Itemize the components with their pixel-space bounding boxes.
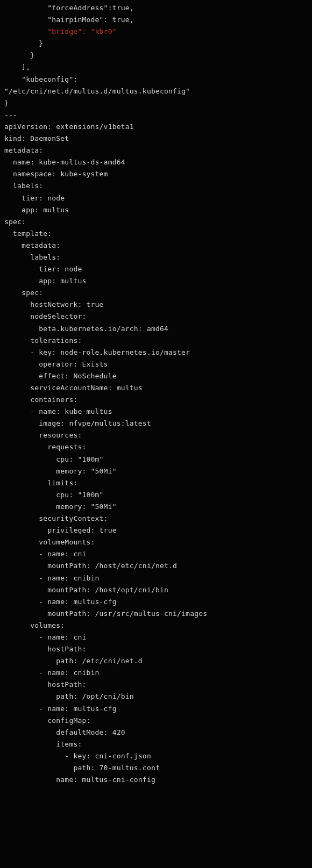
code-line: mountPath: /host/etc/cni/net.d (4, 562, 177, 570)
code-line: image: nfvpe/multus:latest (4, 419, 151, 427)
code-line: hostPath: (4, 680, 87, 688)
code-line: limits: (4, 479, 77, 487)
code-line: name: multus-cni-config (4, 776, 155, 784)
code-line: privileged: true (4, 526, 117, 534)
code-line: namespace: kube-system (4, 170, 108, 178)
code-line: configMap: (4, 716, 91, 724)
code-line: tier: node (4, 265, 82, 273)
code-line: volumes: (4, 621, 65, 629)
code-line: securityContext: (4, 514, 108, 522)
code-line: spec: (4, 289, 43, 297)
code-line: metadata: (4, 241, 60, 249)
code-line: name: kube-multus-ds-amd64 (4, 158, 125, 166)
code-line: } (4, 99, 9, 107)
code-line: tier: node (4, 194, 65, 202)
code-line: path: /opt/cni/bin (4, 692, 134, 700)
code-line: spec: (4, 218, 26, 226)
code-line: mountPath: /usr/src/multus-cni/images (4, 609, 207, 618)
code-line: ], (4, 63, 30, 71)
code-line: "forceAddress":true, (4, 4, 134, 12)
code-line: - name: cnibin (4, 574, 100, 582)
code-line: labels: (4, 253, 60, 261)
code-line: requests: (4, 443, 87, 451)
code-line: tolerations: (4, 336, 82, 345)
code-line: cpu: "100m" (4, 455, 104, 463)
code-line: metadata: (4, 146, 43, 154)
code-line: } (4, 51, 34, 59)
code-line: - name: multus-cfg (4, 598, 117, 606)
code-line: hostPath: (4, 645, 87, 653)
code-line: memory: "50Mi" (4, 503, 117, 511)
code-line: defaultMode: 420 (4, 728, 125, 736)
code-line: apiVersion: extensions/v1beta1 (4, 123, 134, 131)
code-line: containers: (4, 396, 77, 404)
code-line: path: 70-multus.conf (4, 764, 160, 772)
code-line: --- (4, 111, 17, 119)
code-line: "/etc/cni/net.d/multus.d/multus.kubeconf… (4, 87, 190, 95)
code-line: "hairpinMode": true, (4, 16, 134, 24)
code-line: app: multus (4, 277, 87, 285)
code-line: memory: "50Mi" (4, 467, 117, 475)
code-line: - name: cni (4, 550, 87, 558)
code-block: "forceAddress":true, "hairpinMode": true… (0, 0, 312, 790)
code-line: serviceAccountName: multus (4, 384, 143, 392)
code-line: - name: kube-multus (4, 407, 112, 415)
code-line: beta.kubernetes.io/arch: amd64 (4, 325, 168, 333)
code-line: volumeMounts: (4, 538, 95, 546)
code-line: path: /etc/cni/net.d (4, 657, 143, 665)
code-line: template: (4, 229, 52, 238)
code-line: app: multus (4, 206, 69, 214)
code-line: hostNetwork: true (4, 300, 104, 309)
code-line: - name: cni (4, 633, 87, 641)
code-line: - key: node-role.kubernetes.io/master (4, 348, 190, 356)
code-line: "bridge": "kbr0" (4, 27, 117, 35)
code-line: effect: NoSchedule (4, 372, 117, 380)
code-line: nodeSelector: (4, 312, 87, 320)
code-line: mountPath: /host/opt/cni/bin (4, 586, 168, 594)
code-line: labels: (4, 182, 43, 190)
code-line: - name: multus-cfg (4, 705, 117, 713)
code-line: cpu: "100m" (4, 491, 104, 499)
code-line: kind: DaemonSet (4, 134, 69, 142)
code-line: "kubeconfig": (4, 75, 77, 83)
code-line: items: (4, 740, 82, 748)
code-line: } (4, 39, 43, 47)
code-line: resources: (4, 431, 82, 439)
code-line: - key: cni-conf.json (4, 752, 151, 760)
code-line: operator: Exists (4, 360, 108, 368)
code-line: - name: cnibin (4, 669, 100, 677)
